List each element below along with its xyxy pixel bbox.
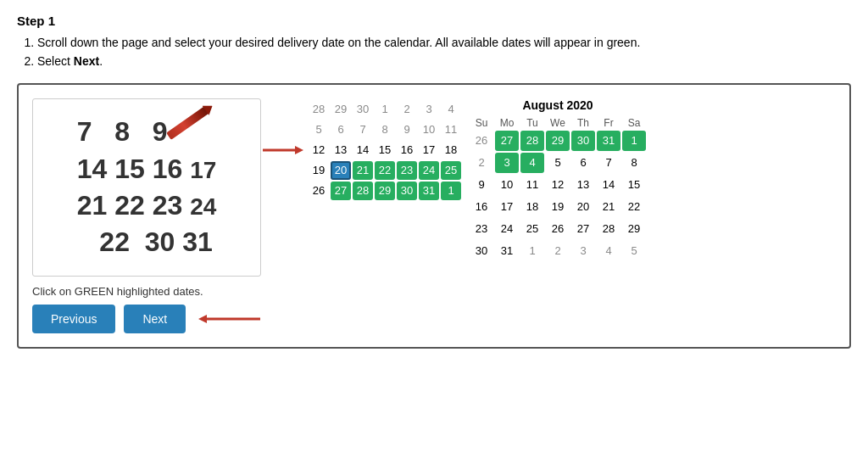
step-title: Step 1 [17, 14, 851, 28]
click-label: Click on GREEN highlighted dates. [32, 285, 836, 298]
full-cal-cell[interactable]: 11 [520, 175, 544, 195]
mini-cal-cell: 29 [375, 182, 395, 200]
full-cal-cell[interactable]: 23 [470, 219, 493, 239]
full-cal-cell[interactable]: 27 [495, 131, 519, 151]
full-cal-cell[interactable]: 10 [495, 175, 519, 195]
full-cal-cell[interactable]: 29 [546, 131, 570, 151]
mini-cal-cell: 2 [397, 100, 417, 119]
content-row: 7 8 9 14 15 16 17 21 22 23 24 22 30 31 [32, 98, 836, 277]
full-cal-cell[interactable]: 1 [622, 131, 646, 151]
mini-cal-cell: 20 [331, 161, 351, 180]
mini-cal-cell: 6 [331, 120, 351, 139]
mini-calendar: 2829301234567891011121314151617181920212… [307, 98, 463, 202]
full-cal-cell[interactable]: 21 [597, 197, 620, 217]
mini-cal-cell: 28 [309, 100, 329, 119]
mini-cal-cell: 1 [441, 182, 461, 200]
instruction-2-bold: Next [74, 54, 99, 68]
full-cal-cell[interactable]: 28 [520, 131, 544, 151]
full-cal-header: We [546, 117, 570, 129]
full-cal-cell[interactable]: 1 [520, 241, 544, 261]
full-cal-header: Su [470, 117, 493, 129]
mini-cal-cell: 1 [375, 100, 395, 119]
full-calendar: August 2020 SuMoTuWeThFrSa 2627282930311… [468, 98, 648, 263]
svg-marker-1 [295, 146, 303, 154]
calendar-numbers: 7 8 9 14 15 16 17 21 22 23 24 22 30 31 [65, 103, 229, 271]
mini-cal-cell: 18 [441, 141, 461, 159]
full-cal-cell[interactable]: 26 [546, 219, 570, 239]
full-cal-cell[interactable]: 19 [546, 197, 570, 217]
full-cal-cell[interactable]: 2 [546, 241, 570, 261]
full-cal-cell[interactable]: 12 [546, 175, 570, 195]
main-content-box: 7 8 9 14 15 16 17 21 22 23 24 22 30 31 [17, 83, 851, 349]
calendar-image: 7 8 9 14 15 16 17 21 22 23 24 22 30 31 [32, 98, 261, 277]
full-cal-cell[interactable]: 15 [622, 175, 646, 195]
mini-cal-cell: 9 [397, 120, 417, 139]
button-row: Previous Next [32, 305, 836, 333]
full-cal-cell[interactable]: 5 [622, 241, 646, 261]
next-button[interactable]: Next [124, 305, 186, 333]
full-cal-cell[interactable]: 18 [520, 197, 544, 217]
full-cal-cell[interactable]: 28 [597, 219, 620, 239]
full-cal-cell[interactable]: 9 [470, 175, 493, 195]
full-cal-cell[interactable]: 20 [571, 197, 595, 217]
full-cal-cell[interactable]: 5 [546, 153, 570, 173]
mini-cal-cell: 16 [397, 141, 417, 159]
mini-cal-cell: 15 [375, 141, 395, 159]
mini-cal-cell: 29 [331, 100, 351, 119]
full-cal-cell[interactable]: 4 [520, 153, 544, 173]
full-cal-cell[interactable]: 8 [622, 153, 646, 173]
mini-cal-cell: 31 [419, 182, 439, 200]
full-cal-cell[interactable]: 31 [495, 241, 519, 261]
mini-cal-cell: 10 [419, 120, 439, 139]
mini-cal-cell: 11 [441, 120, 461, 139]
mini-cal-cell: 21 [353, 161, 373, 180]
mini-cal-cell: 22 [375, 161, 395, 180]
full-cal-cell[interactable]: 29 [622, 219, 646, 239]
full-cal-header: Sa [622, 117, 646, 129]
mini-cal-cell: 4 [441, 100, 461, 119]
full-cal-cell[interactable]: 3 [571, 241, 595, 261]
full-cal-cell[interactable]: 24 [495, 219, 519, 239]
full-cal-cell[interactable]: 30 [470, 241, 493, 261]
mini-cal-cell: 17 [419, 141, 439, 159]
full-cal-cell[interactable]: 7 [597, 153, 620, 173]
previous-button[interactable]: Previous [32, 305, 115, 333]
mini-cal-section: 2829301234567891011121314151617181920212… [261, 98, 463, 202]
full-cal-cell[interactable]: 3 [495, 153, 519, 173]
full-cal-header: Th [571, 117, 595, 129]
mini-cal-cell: 24 [419, 161, 439, 180]
mini-cal-cell: 28 [353, 182, 373, 200]
full-cal-header: Fr [597, 117, 620, 129]
mini-cal-cell: 3 [419, 100, 439, 119]
full-cal-cell[interactable]: 14 [597, 175, 620, 195]
instruction-2: Select Next. [37, 52, 851, 70]
mini-cal-cell: 12 [309, 141, 329, 159]
full-cal-cell[interactable]: 13 [571, 175, 595, 195]
full-cal-cell[interactable]: 17 [495, 197, 519, 217]
full-cal-cell[interactable]: 22 [622, 197, 646, 217]
full-cal-cell[interactable]: 30 [571, 131, 595, 151]
mini-cal-cell: 8 [375, 120, 395, 139]
mini-cal-cell: 5 [309, 120, 329, 139]
mini-cal-cell: 25 [441, 161, 461, 180]
full-cal-cell[interactable]: 31 [597, 131, 620, 151]
full-cal-cell[interactable]: 25 [520, 219, 544, 239]
svg-marker-3 [198, 315, 207, 323]
mini-cal-cell: 30 [353, 100, 373, 119]
mini-cal-cell: 26 [309, 182, 329, 200]
full-cal-cell[interactable]: 27 [571, 219, 595, 239]
full-cal-header: Mo [495, 117, 519, 129]
full-cal-cell[interactable]: 16 [470, 197, 493, 217]
arrow-to-calendar [261, 142, 303, 159]
full-cal-cell[interactable]: 26 [470, 131, 493, 151]
full-calendar-wrap: August 2020 SuMoTuWeThFrSa 2627282930311… [468, 98, 648, 263]
mini-cal-cell: 23 [397, 161, 417, 180]
mini-cal-cell: 13 [331, 141, 351, 159]
arrow-to-next [194, 309, 262, 329]
instruction-1: Scroll down the page and select your des… [37, 33, 851, 52]
bottom-section: Click on GREEN highlighted dates. Previo… [32, 285, 836, 333]
full-cal-cell[interactable]: 2 [470, 153, 493, 173]
mini-cal-cell: 7 [353, 120, 373, 139]
full-cal-cell[interactable]: 6 [571, 153, 595, 173]
full-cal-cell[interactable]: 4 [597, 241, 620, 261]
